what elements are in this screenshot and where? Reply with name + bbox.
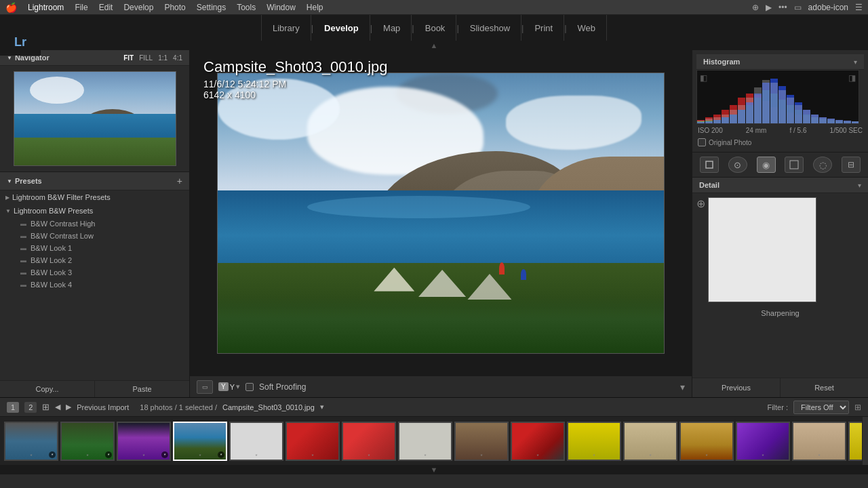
yw-label: Y — [218, 382, 229, 391]
crop-tool-btn[interactable] — [700, 157, 719, 173]
soft-proofing-checkbox[interactable] — [245, 383, 254, 391]
view-mode-btn[interactable]: ▭ — [197, 380, 213, 394]
film-thumb-3[interactable]: ** — [117, 422, 171, 461]
menu-develop[interactable]: Develop — [123, 3, 153, 12]
film-thumb-8[interactable]: * — [398, 422, 452, 461]
preset-group-bw-presets-header[interactable]: ▼ Lightroom B&W Presets — [0, 204, 189, 218]
monitor-icon[interactable]: ▭ — [794, 3, 802, 12]
film-thumb-7[interactable]: * — [342, 422, 396, 461]
menu-help[interactable]: Help — [307, 3, 323, 12]
grid-view-icon[interactable]: ⊞ — [42, 402, 50, 412]
module-web[interactable]: Web — [567, 15, 608, 41]
hamburger-icon[interactable]: ☰ — [855, 3, 863, 12]
paste-button[interactable]: Paste — [94, 381, 189, 397]
prev-arrow-btn[interactable]: ◀ — [55, 403, 60, 411]
filmstrip-grid-icon[interactable]: ⊞ — [854, 403, 861, 412]
heal-tool-btn[interactable]: ⊙ — [728, 157, 747, 173]
film-thumb-1[interactable]: ** — [4, 422, 58, 461]
menu-bar: 🍎 Lightroom File Edit Develop Photo Sett… — [0, 0, 868, 15]
module-map[interactable]: Map — [372, 15, 412, 41]
bottom-panel-toggle[interactable]: ▼ — [0, 465, 868, 474]
preset-group-bw-filter-header[interactable]: ▶ Lightroom B&W Filter Presets — [0, 190, 189, 204]
more-icon[interactable]: ••• — [778, 3, 787, 12]
menu-file[interactable]: File — [75, 3, 87, 12]
film-badge: * — [49, 451, 56, 458]
1to1-btn[interactable]: 1:1 — [158, 54, 167, 62]
menu-edit[interactable]: Edit — [99, 3, 113, 12]
histogram-expand-icon[interactable]: ▾ — [854, 58, 857, 66]
film-thumb-5[interactable]: * — [229, 422, 283, 461]
preset-bw-look-4[interactable]: ▬ B&W Look 4 — [0, 279, 189, 291]
preset-bw-look-1[interactable]: ▬ B&W Look 1 — [0, 242, 189, 254]
redeye-tool-btn[interactable]: ◉ — [757, 157, 776, 173]
preset-bw-look-2[interactable]: ▬ B&W Look 2 — [0, 254, 189, 266]
original-photo-checkbox[interactable] — [698, 138, 706, 146]
module-book[interactable]: Book — [414, 15, 457, 41]
next-arrow-btn[interactable]: ▶ — [66, 403, 71, 411]
film-star: * — [30, 453, 32, 459]
menu-settings[interactable]: Settings — [197, 3, 226, 12]
brush-tool-btn[interactable] — [785, 157, 804, 173]
detail-section: Detail ▾ ⊕ Sharpening — [692, 178, 868, 378]
navigator-thumbnail — [14, 71, 176, 166]
preset-bw-contrast-high[interactable]: ▬ B&W Contrast High — [0, 218, 189, 230]
module-develop[interactable]: Develop — [313, 15, 370, 41]
grad-tool-btn[interactable]: ◌ — [813, 157, 832, 173]
histogram-header: Histogram ▾ — [696, 54, 864, 70]
module-slideshow[interactable]: Slideshow — [459, 15, 521, 41]
right-panel: Histogram ▾ ◧ ◨ ISO 200 24 mm f / 5.6 1/… — [692, 50, 868, 397]
reset-button[interactable]: Reset — [780, 378, 868, 397]
fit-btn[interactable]: FIT — [123, 54, 134, 62]
toolbar-expand-arrow[interactable]: ▾ — [680, 382, 685, 392]
detail-body: ⊕ — [692, 193, 868, 306]
slider-tool-btn[interactable]: ⊟ — [842, 157, 861, 173]
detail-title: Detail — [699, 181, 719, 189]
film-star: * — [86, 453, 88, 459]
hist-shadow-clip[interactable]: ◧ — [700, 73, 707, 83]
retina-icon[interactable]: ⊕ — [752, 3, 759, 12]
preset-bw-contrast-low[interactable]: ▬ B&W Contrast Low — [0, 230, 189, 242]
film-thumb-14[interactable]: * — [736, 422, 790, 461]
photo-filename: Campsite_Shot03_0010.jpg — [203, 58, 388, 76]
copy-button[interactable]: Copy... — [0, 381, 94, 397]
screen-record-icon[interactable]: ▶ — [766, 3, 772, 12]
top-panel-toggle[interactable]: ▲ — [0, 41, 868, 50]
presets-header: ▼ Presets + — [0, 172, 189, 190]
page-num-2[interactable]: 2 — [24, 402, 37, 413]
menu-photo[interactable]: Photo — [164, 3, 185, 12]
filename-dropdown-icon[interactable]: ▾ — [320, 403, 324, 411]
film-star: * — [255, 453, 257, 459]
add-preset-btn[interactable]: + — [177, 176, 182, 186]
film-thumb-15[interactable]: * — [792, 422, 846, 461]
preset-bw-look-3[interactable]: ▬ B&W Look 3 — [0, 266, 189, 279]
film-thumb-2[interactable]: ** — [60, 422, 115, 461]
apple-menu[interactable]: 🍎 — [5, 2, 17, 13]
fill-btn[interactable]: FILL — [139, 54, 153, 62]
filmstrip-filename[interactable]: Campsite_Shot03_0010.jpg — [222, 403, 315, 411]
film-thumb-11[interactable]: * — [567, 422, 621, 461]
film-thumb-6[interactable]: * — [285, 422, 340, 461]
film-thumb-9[interactable]: * — [454, 422, 509, 461]
filter-select[interactable]: Filters Off Flagged Rated Colored Kind — [793, 401, 849, 414]
menu-tools[interactable]: Tools — [237, 3, 256, 12]
page-num-1[interactable]: 1 — [7, 402, 19, 413]
film-thumb-4[interactable]: ** — [173, 422, 227, 461]
module-library[interactable]: Library — [261, 15, 311, 41]
film-thumb-13[interactable]: * — [679, 422, 734, 461]
film-star: * — [593, 453, 595, 459]
menu-lightroom[interactable]: Lightroom — [28, 3, 64, 12]
module-print[interactable]: Print — [524, 15, 564, 41]
menu-window[interactable]: Window — [267, 3, 296, 12]
previous-button[interactable]: Previous — [692, 378, 780, 397]
hist-highlight-clip[interactable]: ◨ — [848, 73, 856, 83]
filmstrip-scrollbar[interactable] — [862, 417, 868, 465]
4to1-btn[interactable]: 4:1 — [173, 54, 182, 62]
yw-toggle[interactable]: Y Y ▾ — [218, 382, 240, 391]
film-thumb-10[interactable]: * — [511, 422, 565, 461]
film-thumb-12[interactable]: * — [623, 422, 677, 461]
detail-target-icon[interactable]: ⊕ — [696, 197, 705, 210]
film-thumb-16[interactable]: * — [848, 422, 862, 461]
detail-expand-icon[interactable]: ▾ — [858, 182, 861, 189]
main-photo — [217, 73, 665, 354]
yw-arrow[interactable]: ▾ — [236, 382, 240, 391]
